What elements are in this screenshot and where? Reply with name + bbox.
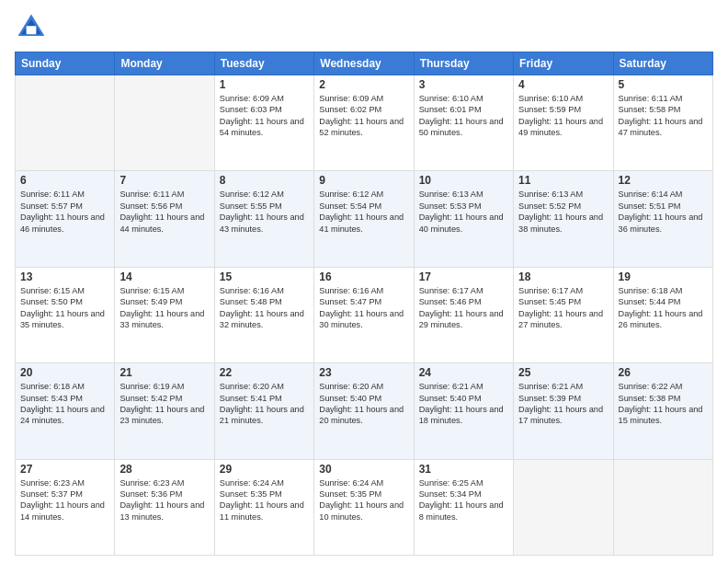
day-info: Sunrise: 6:09 AM Sunset: 6:02 PM Dayligh… <box>319 93 408 139</box>
logo <box>15 11 51 44</box>
calendar-cell: 30Sunrise: 6:24 AM Sunset: 5:35 PM Dayli… <box>314 459 414 555</box>
day-info: Sunrise: 6:22 AM Sunset: 5:38 PM Dayligh… <box>619 381 708 427</box>
day-info: Sunrise: 6:11 AM Sunset: 5:58 PM Dayligh… <box>619 93 708 139</box>
day-info: Sunrise: 6:21 AM Sunset: 5:39 PM Dayligh… <box>518 381 608 427</box>
calendar-cell: 11Sunrise: 6:13 AM Sunset: 5:52 PM Dayli… <box>514 171 613 267</box>
day-info: Sunrise: 6:25 AM Sunset: 5:34 PM Dayligh… <box>419 477 508 523</box>
calendar-cell: 8Sunrise: 6:12 AM Sunset: 5:55 PM Daylig… <box>214 171 313 267</box>
day-number: 27 <box>20 463 109 476</box>
calendar-cell: 7Sunrise: 6:11 AM Sunset: 5:56 PM Daylig… <box>115 171 214 267</box>
day-info: Sunrise: 6:20 AM Sunset: 5:40 PM Dayligh… <box>319 381 408 427</box>
day-number: 29 <box>220 463 309 476</box>
day-number: 25 <box>518 366 608 379</box>
calendar-cell: 23Sunrise: 6:20 AM Sunset: 5:40 PM Dayli… <box>314 363 414 459</box>
calendar-week-4: 20Sunrise: 6:18 AM Sunset: 5:43 PM Dayli… <box>16 363 713 459</box>
day-info: Sunrise: 6:12 AM Sunset: 5:54 PM Dayligh… <box>319 189 408 235</box>
day-info: Sunrise: 6:15 AM Sunset: 5:50 PM Dayligh… <box>20 285 109 331</box>
calendar-cell: 5Sunrise: 6:11 AM Sunset: 5:58 PM Daylig… <box>613 75 712 171</box>
day-number: 18 <box>518 270 608 283</box>
day-number: 5 <box>619 78 708 91</box>
day-number: 2 <box>319 78 408 91</box>
day-number: 23 <box>319 366 408 379</box>
day-number: 21 <box>119 366 209 379</box>
svg-rect-2 <box>27 26 37 34</box>
day-info: Sunrise: 6:13 AM Sunset: 5:52 PM Dayligh… <box>518 189 608 235</box>
calendar-cell: 4Sunrise: 6:10 AM Sunset: 5:59 PM Daylig… <box>514 75 613 171</box>
calendar-cell: 31Sunrise: 6:25 AM Sunset: 5:34 PM Dayli… <box>414 459 513 555</box>
day-number: 7 <box>119 174 209 187</box>
day-info: Sunrise: 6:11 AM Sunset: 5:57 PM Dayligh… <box>20 189 109 235</box>
day-number: 20 <box>20 366 109 379</box>
day-number: 24 <box>419 366 508 379</box>
day-number: 11 <box>518 174 608 187</box>
day-info: Sunrise: 6:09 AM Sunset: 6:03 PM Dayligh… <box>220 93 309 139</box>
calendar-cell: 26Sunrise: 6:22 AM Sunset: 5:38 PM Dayli… <box>613 363 712 459</box>
calendar-cell <box>514 459 613 555</box>
calendar-week-3: 13Sunrise: 6:15 AM Sunset: 5:50 PM Dayli… <box>16 267 713 362</box>
day-info: Sunrise: 6:17 AM Sunset: 5:46 PM Dayligh… <box>419 285 508 331</box>
weekday-header-sunday: Sunday <box>16 52 115 75</box>
calendar-cell: 29Sunrise: 6:24 AM Sunset: 5:35 PM Dayli… <box>214 459 313 555</box>
weekday-header-wednesday: Wednesday <box>314 52 414 75</box>
calendar-cell: 27Sunrise: 6:23 AM Sunset: 5:37 PM Dayli… <box>16 459 115 555</box>
day-number: 26 <box>619 366 708 379</box>
day-info: Sunrise: 6:13 AM Sunset: 5:53 PM Dayligh… <box>419 189 508 235</box>
calendar-cell: 18Sunrise: 6:17 AM Sunset: 5:45 PM Dayli… <box>514 267 613 362</box>
calendar-cell: 20Sunrise: 6:18 AM Sunset: 5:43 PM Dayli… <box>16 363 115 459</box>
calendar-table: SundayMondayTuesdayWednesdayThursdayFrid… <box>15 52 713 556</box>
calendar-cell: 14Sunrise: 6:15 AM Sunset: 5:49 PM Dayli… <box>115 267 214 362</box>
calendar-cell: 15Sunrise: 6:16 AM Sunset: 5:48 PM Dayli… <box>214 267 313 362</box>
day-number: 12 <box>619 174 708 187</box>
calendar-cell: 28Sunrise: 6:23 AM Sunset: 5:36 PM Dayli… <box>115 459 214 555</box>
calendar-cell: 12Sunrise: 6:14 AM Sunset: 5:51 PM Dayli… <box>613 171 712 267</box>
calendar-cell <box>16 75 115 171</box>
day-info: Sunrise: 6:24 AM Sunset: 5:35 PM Dayligh… <box>319 477 408 523</box>
day-number: 8 <box>220 174 309 187</box>
page: SundayMondayTuesdayWednesdayThursdayFrid… <box>0 0 728 563</box>
calendar-cell: 9Sunrise: 6:12 AM Sunset: 5:54 PM Daylig… <box>314 171 414 267</box>
day-number: 10 <box>419 174 508 187</box>
day-info: Sunrise: 6:16 AM Sunset: 5:47 PM Dayligh… <box>319 285 408 331</box>
calendar-cell: 1Sunrise: 6:09 AM Sunset: 6:03 PM Daylig… <box>214 75 313 171</box>
calendar-cell: 10Sunrise: 6:13 AM Sunset: 5:53 PM Dayli… <box>414 171 513 267</box>
day-number: 9 <box>319 174 408 187</box>
day-number: 22 <box>220 366 309 379</box>
weekday-header-saturday: Saturday <box>613 52 712 75</box>
day-info: Sunrise: 6:14 AM Sunset: 5:51 PM Dayligh… <box>619 189 708 235</box>
day-info: Sunrise: 6:17 AM Sunset: 5:45 PM Dayligh… <box>518 285 608 331</box>
calendar-cell: 21Sunrise: 6:19 AM Sunset: 5:42 PM Dayli… <box>115 363 214 459</box>
calendar-cell: 22Sunrise: 6:20 AM Sunset: 5:41 PM Dayli… <box>214 363 313 459</box>
calendar-cell <box>613 459 712 555</box>
day-info: Sunrise: 6:18 AM Sunset: 5:44 PM Dayligh… <box>619 285 708 331</box>
day-number: 13 <box>20 270 109 283</box>
day-info: Sunrise: 6:12 AM Sunset: 5:55 PM Dayligh… <box>220 189 309 235</box>
calendar-cell: 24Sunrise: 6:21 AM Sunset: 5:40 PM Dayli… <box>414 363 513 459</box>
day-number: 31 <box>419 463 508 476</box>
day-info: Sunrise: 6:20 AM Sunset: 5:41 PM Dayligh… <box>220 381 309 427</box>
calendar-cell: 17Sunrise: 6:17 AM Sunset: 5:46 PM Dayli… <box>414 267 513 362</box>
day-info: Sunrise: 6:10 AM Sunset: 5:59 PM Dayligh… <box>518 93 608 139</box>
day-info: Sunrise: 6:15 AM Sunset: 5:49 PM Dayligh… <box>119 285 209 331</box>
calendar-week-1: 1Sunrise: 6:09 AM Sunset: 6:03 PM Daylig… <box>16 75 713 171</box>
day-info: Sunrise: 6:24 AM Sunset: 5:35 PM Dayligh… <box>220 477 309 523</box>
day-info: Sunrise: 6:10 AM Sunset: 6:01 PM Dayligh… <box>419 93 508 139</box>
day-number: 15 <box>220 270 309 283</box>
day-number: 28 <box>119 463 209 476</box>
day-info: Sunrise: 6:21 AM Sunset: 5:40 PM Dayligh… <box>419 381 508 427</box>
calendar-cell: 6Sunrise: 6:11 AM Sunset: 5:57 PM Daylig… <box>16 171 115 267</box>
weekday-header-tuesday: Tuesday <box>214 52 313 75</box>
day-info: Sunrise: 6:16 AM Sunset: 5:48 PM Dayligh… <box>220 285 309 331</box>
calendar-cell: 25Sunrise: 6:21 AM Sunset: 5:39 PM Dayli… <box>514 363 613 459</box>
weekday-header-friday: Friday <box>514 52 613 75</box>
calendar-cell: 13Sunrise: 6:15 AM Sunset: 5:50 PM Dayli… <box>16 267 115 362</box>
weekday-header-thursday: Thursday <box>414 52 513 75</box>
calendar-cell: 19Sunrise: 6:18 AM Sunset: 5:44 PM Dayli… <box>613 267 712 362</box>
day-number: 1 <box>220 78 309 91</box>
logo-icon <box>15 11 48 44</box>
weekday-header-row: SundayMondayTuesdayWednesdayThursdayFrid… <box>16 52 713 75</box>
day-number: 3 <box>419 78 508 91</box>
day-info: Sunrise: 6:19 AM Sunset: 5:42 PM Dayligh… <box>119 381 209 427</box>
calendar-week-5: 27Sunrise: 6:23 AM Sunset: 5:37 PM Dayli… <box>16 459 713 555</box>
day-number: 19 <box>619 270 708 283</box>
calendar-cell: 2Sunrise: 6:09 AM Sunset: 6:02 PM Daylig… <box>314 75 414 171</box>
